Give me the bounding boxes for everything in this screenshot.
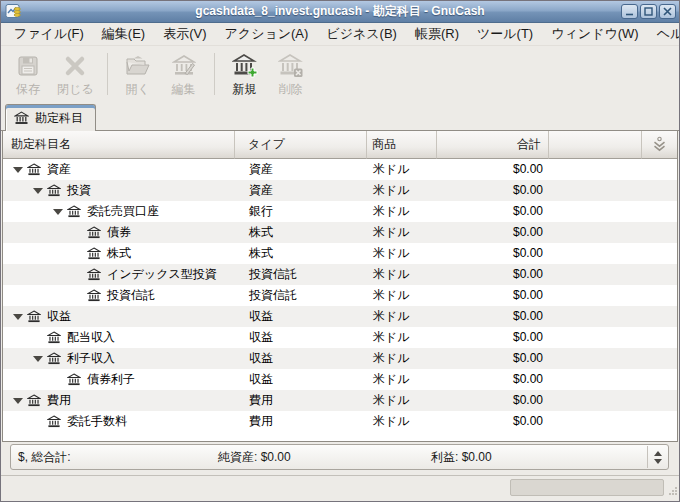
account-type: 費用 (249, 411, 273, 432)
toolbar-separator (107, 53, 108, 95)
account-icon (87, 247, 107, 261)
toolbar-close-label: 閉じる (57, 81, 94, 98)
open-button[interactable]: 開く (115, 49, 161, 99)
table-row[interactable]: 委託売買口座 銀行 米ドル $0.00 (3, 201, 677, 222)
account-type: 株式 (249, 222, 273, 243)
expander-icon[interactable] (49, 209, 67, 215)
menu-help[interactable]: ヘルプ(H) (648, 23, 680, 45)
account-total: $0.00 (438, 201, 543, 222)
account-icon (47, 415, 67, 429)
profit-value: 利益: $0.00 (431, 445, 492, 469)
close-button[interactable] (659, 4, 676, 19)
account-icon (27, 394, 47, 408)
expander-icon[interactable] (29, 356, 47, 362)
menu-windows[interactable]: ウィンドウ(W) (542, 23, 647, 45)
account-icon (27, 163, 47, 177)
table-row[interactable]: 投資信託 投資信託 米ドル $0.00 (3, 285, 677, 306)
progress-bar (510, 479, 664, 496)
tab-accounts[interactable]: 勘定科目 (5, 104, 96, 131)
minimize-button[interactable] (621, 4, 638, 19)
save-icon (16, 53, 40, 79)
menu-reports[interactable]: 帳票(R) (406, 23, 468, 45)
table-row[interactable]: 委託手数料 費用 米ドル $0.00 (3, 411, 677, 432)
menu-business[interactable]: ビジネス(B) (317, 23, 406, 45)
account-type: 銀行 (249, 201, 273, 222)
account-icon (67, 205, 87, 219)
column-header-commodity[interactable]: 商品 (367, 131, 437, 159)
menu-tools[interactable]: ツール(T) (468, 23, 542, 45)
table-row[interactable]: 費用 費用 米ドル $0.00 (3, 390, 677, 411)
menu-edit[interactable]: 編集(E) (93, 23, 154, 45)
menu-file[interactable]: ファイル(F) (5, 23, 93, 45)
open-icon (125, 53, 151, 79)
account-icon (87, 289, 107, 303)
column-header-filler (549, 131, 642, 159)
account-total: $0.00 (438, 180, 543, 201)
account-name: 配当収入 (67, 329, 115, 346)
expander-icon[interactable] (9, 167, 27, 173)
account-total: $0.00 (438, 390, 543, 411)
status-bar (1, 475, 679, 501)
menubar: ファイル(F) 編集(E) 表示(V) アクション(A) ビジネス(B) 帳票(… (1, 23, 679, 46)
table-row[interactable]: 債券 株式 米ドル $0.00 (3, 222, 677, 243)
account-total: $0.00 (438, 159, 543, 180)
titlebar[interactable]: gcashdata_8_invest.gnucash - 勘定科目 - GnuC… (1, 1, 679, 23)
delete-account-icon (278, 53, 304, 79)
expander-icon[interactable] (29, 188, 47, 194)
table-row[interactable]: インデックス型投資 投資信託 米ドル $0.00 (3, 264, 677, 285)
account-name: 委託売買口座 (87, 203, 159, 220)
account-commodity: 米ドル (373, 306, 410, 327)
table-row[interactable]: 収益 収益 米ドル $0.00 (3, 306, 677, 327)
maximize-icon (644, 7, 653, 16)
table-row[interactable]: 配当収入 収益 米ドル $0.00 (3, 327, 677, 348)
delete-account-button[interactable]: 削除 (268, 49, 314, 99)
toolbar-edit-label: 編集 (172, 81, 196, 98)
table-row[interactable]: 資産 資産 米ドル $0.00 (3, 159, 677, 180)
column-header-total[interactable]: 合計 (437, 131, 549, 159)
expander-icon[interactable] (9, 314, 27, 320)
account-total: $0.00 (438, 285, 543, 306)
account-icon (27, 310, 47, 324)
column-chooser-icon (651, 136, 668, 153)
toolbar: 保存 閉じる 開く (1, 46, 679, 101)
account-total: $0.00 (438, 348, 543, 369)
summary-bar: $, 総合計: 純資産: $0.00 利益: $0.00 (10, 444, 669, 470)
account-name: 債券 (107, 224, 131, 241)
resize-grip[interactable] (667, 482, 678, 500)
save-button[interactable]: 保存 (5, 49, 51, 99)
minimize-icon (625, 7, 634, 16)
table-row[interactable]: 投資 資産 米ドル $0.00 (3, 180, 677, 201)
stepper-up-icon[interactable] (654, 451, 662, 456)
account-type: 資産 (249, 180, 273, 201)
stepper-down-icon[interactable] (654, 459, 662, 464)
table-row[interactable]: 債券利子 収益 米ドル $0.00 (3, 369, 677, 390)
accounts-tree: 勘定科目名 タイプ 商品 合計 (2, 131, 678, 442)
account-type: 資産 (249, 159, 273, 180)
account-icon (87, 226, 107, 240)
account-type: 株式 (249, 243, 273, 264)
table-row[interactable]: 利子収入 収益 米ドル $0.00 (3, 348, 677, 369)
account-commodity: 米ドル (373, 285, 410, 306)
edit-button[interactable]: 編集 (161, 49, 207, 99)
summary-stepper[interactable] (647, 446, 667, 468)
expander-icon[interactable] (9, 398, 27, 404)
accounts-page: 勘定科目名 タイプ 商品 合計 (1, 131, 679, 475)
new-account-button[interactable]: 新規 (222, 49, 268, 99)
close-tab-button[interactable]: 閉じる (51, 49, 100, 99)
account-total: $0.00 (438, 222, 543, 243)
account-commodity: 米ドル (373, 243, 410, 264)
menu-actions[interactable]: アクション(A) (216, 23, 318, 45)
account-type: 投資信託 (249, 264, 297, 285)
account-icon (47, 352, 67, 366)
account-name: 委託手数料 (67, 413, 127, 430)
account-total: $0.00 (438, 243, 543, 264)
account-name: 投資信託 (107, 287, 155, 304)
account-name: 費用 (47, 392, 71, 409)
account-total: $0.00 (438, 411, 543, 432)
column-header-account-name[interactable]: 勘定科目名 (3, 131, 235, 159)
column-options-button[interactable] (642, 131, 677, 159)
menu-view[interactable]: 表示(V) (154, 23, 215, 45)
table-row[interactable]: 株式 株式 米ドル $0.00 (3, 243, 677, 264)
maximize-button[interactable] (640, 4, 657, 19)
column-header-type[interactable]: タイプ (235, 131, 367, 159)
